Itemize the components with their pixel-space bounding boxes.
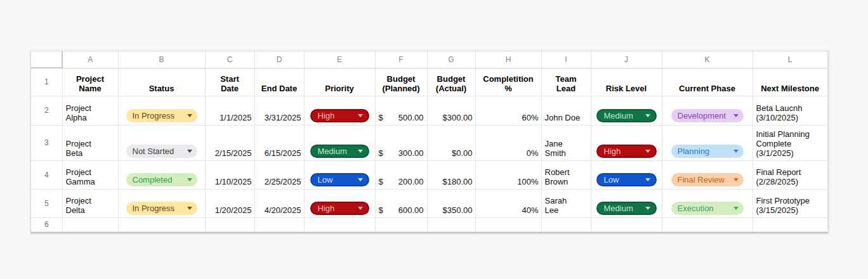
row-header-3[interactable]: 3 (31, 125, 62, 160)
cell-budget-actual[interactable]: $0.00 (427, 125, 475, 160)
cell-start-date[interactable]: 1/1/2025 (205, 96, 254, 125)
column-header-l[interactable]: L (753, 51, 827, 68)
cell-status[interactable]: Completed (118, 160, 205, 189)
cell-current-phase[interactable]: Planning (662, 125, 753, 160)
row-header-2[interactable]: 2 (31, 96, 62, 125)
row-header-1[interactable]: 1 (31, 68, 62, 96)
cell-current-phase[interactable]: Development (662, 96, 753, 125)
column-header-a[interactable]: A (62, 51, 118, 68)
cell-budget-planned[interactable]: $ 600.00 (375, 189, 427, 217)
cell-header-start-date[interactable]: Start Date (205, 68, 254, 96)
cell-header-team-lead[interactable]: Team Lead (541, 68, 591, 96)
empty-cell[interactable] (427, 217, 475, 231)
cell-status[interactable]: In Progress (118, 189, 205, 217)
phase-dropdown-chip[interactable]: Planning (671, 145, 744, 158)
column-header-h[interactable]: H (475, 51, 541, 68)
column-header-d[interactable]: D (254, 51, 304, 68)
cell-header-next-milestone[interactable]: Next Milestone (753, 68, 827, 96)
column-header-e[interactable]: E (304, 51, 375, 68)
empty-cell[interactable] (475, 217, 541, 231)
column-header-g[interactable]: G (427, 51, 475, 68)
phase-dropdown-chip[interactable]: Development (671, 109, 744, 122)
priority-dropdown-chip[interactable]: High (310, 202, 369, 215)
cell-start-date[interactable]: 1/10/2025 (205, 160, 254, 189)
column-header-b[interactable]: B (118, 51, 205, 68)
cell-start-date[interactable]: 1/20/2025 (205, 189, 254, 217)
empty-cell[interactable] (591, 217, 662, 231)
empty-cell[interactable] (304, 217, 375, 231)
cell-current-phase[interactable]: Execution (662, 189, 753, 217)
row-header-5[interactable]: 5 (31, 189, 62, 217)
cell-end-date[interactable]: 3/31/2025 (254, 96, 304, 125)
cell-team-lead[interactable]: Robert Brown (541, 160, 591, 189)
cell-start-date[interactable]: 2/15/2025 (205, 125, 254, 160)
cell-header-end-date[interactable]: End Date (254, 68, 304, 96)
status-dropdown-chip[interactable]: In Progress (126, 109, 197, 122)
cell-header-status[interactable]: Status (118, 68, 205, 96)
row-header-4[interactable]: 4 (31, 160, 62, 189)
risk-dropdown-chip[interactable]: Medium (596, 202, 657, 215)
empty-cell[interactable] (205, 217, 254, 231)
cell-header-budget-planned[interactable]: Budget (Planned) (375, 68, 427, 96)
cell-header-risk-level[interactable]: Risk Level (591, 68, 662, 96)
cell-budget-actual[interactable]: $300.00 (427, 96, 475, 125)
empty-cell[interactable] (541, 217, 591, 231)
cell-budget-planned[interactable]: $ 300.00 (375, 125, 427, 160)
cell-budget-planned[interactable]: $ 200.00 (375, 160, 427, 189)
priority-dropdown-chip[interactable]: High (310, 109, 369, 122)
cell-status[interactable]: Not Started (118, 125, 205, 160)
priority-dropdown-chip[interactable]: Medium (310, 145, 369, 158)
cell-end-date[interactable]: 2/25/2025 (254, 160, 304, 189)
cell-completion[interactable]: 0% (475, 125, 541, 160)
column-header-f[interactable]: F (375, 51, 427, 68)
cell-header-completion[interactable]: Completition % (475, 68, 541, 96)
cell-budget-planned[interactable]: $ 500.00 (375, 96, 427, 125)
cell-next-milestone[interactable]: First Prototype (3/15/2025) (753, 189, 827, 217)
status-dropdown-chip[interactable]: In Progress (126, 202, 197, 215)
cell-priority[interactable]: High (304, 189, 375, 217)
cell-team-lead[interactable]: Sarah Lee (541, 189, 591, 217)
risk-dropdown-chip[interactable]: High (596, 145, 657, 158)
cell-priority[interactable]: Low (304, 160, 375, 189)
row-header-6[interactable]: 6 (31, 217, 62, 231)
empty-cell[interactable] (254, 217, 304, 231)
empty-cell[interactable] (118, 217, 205, 231)
empty-cell[interactable] (62, 217, 118, 231)
cell-priority[interactable]: High (304, 96, 375, 125)
cell-priority[interactable]: Medium (304, 125, 375, 160)
cell-end-date[interactable]: 6/15/2025 (254, 125, 304, 160)
cell-risk-level[interactable]: Medium (591, 189, 662, 217)
priority-dropdown-chip[interactable]: Low (310, 173, 369, 186)
cell-team-lead[interactable]: John Doe (541, 96, 591, 125)
status-dropdown-chip[interactable]: Completed (126, 173, 197, 186)
cell-completion[interactable]: 40% (475, 189, 541, 217)
cell-completion[interactable]: 60% (475, 96, 541, 125)
empty-cell[interactable] (753, 217, 827, 231)
status-dropdown-chip[interactable]: Not Started (126, 145, 197, 158)
cell-next-milestone[interactable]: Beta Laucnh (3/10/2025) (753, 96, 827, 125)
risk-dropdown-chip[interactable]: Medium (596, 109, 657, 122)
cell-current-phase[interactable]: Final Review (662, 160, 753, 189)
cell-status[interactable]: In Progress (118, 96, 205, 125)
empty-cell[interactable] (375, 217, 427, 231)
cell-budget-actual[interactable]: $350.00 (427, 189, 475, 217)
risk-dropdown-chip[interactable]: Low (596, 173, 657, 186)
cell-completion[interactable]: 100% (475, 160, 541, 189)
cell-budget-actual[interactable]: $180.00 (427, 160, 475, 189)
cell-team-lead[interactable]: Jane Smith (541, 125, 591, 160)
phase-dropdown-chip[interactable]: Execution (671, 202, 744, 215)
cell-risk-level[interactable]: Medium (591, 96, 662, 125)
cell-header-current-phase[interactable]: Current Phase (662, 68, 753, 96)
cell-next-milestone[interactable]: Initial Planning Complete (3/1/2025) (753, 125, 827, 160)
cell-header-project-name[interactable]: Project Name (62, 68, 118, 96)
cell-project-name[interactable]: Project Alpha (62, 96, 118, 125)
select-all-corner[interactable] (31, 51, 62, 68)
cell-risk-level[interactable]: High (591, 125, 662, 160)
column-header-c[interactable]: C (205, 51, 254, 68)
cell-header-budget-actual[interactable]: Budget (Actual) (427, 68, 475, 96)
column-header-i[interactable]: I (541, 51, 591, 68)
phase-dropdown-chip[interactable]: Final Review (671, 173, 744, 186)
cell-risk-level[interactable]: Low (591, 160, 662, 189)
empty-cell[interactable] (662, 217, 753, 231)
column-header-j[interactable]: J (591, 51, 662, 68)
